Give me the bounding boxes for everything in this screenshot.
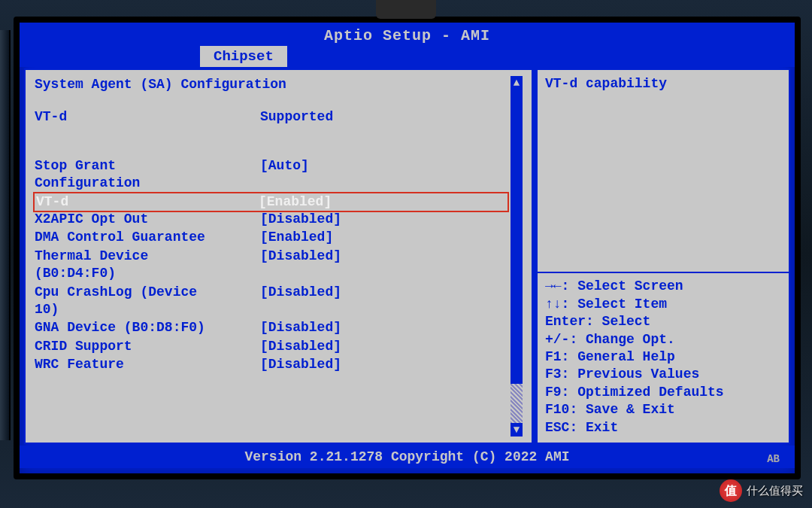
divider xyxy=(538,272,789,273)
setting-label: GNA Device (B0:D8:F0) xyxy=(35,319,260,336)
setting-value: [Disabled] xyxy=(260,338,508,355)
settings-list: System Agent (SA) Configuration VT-d Sup… xyxy=(35,76,508,437)
help-f10: F10: Save & Exit xyxy=(545,401,781,418)
setting-label: WRC Feature xyxy=(35,356,260,373)
info-label: VT-d xyxy=(35,108,260,126)
setting-value: [Disabled] xyxy=(260,356,508,373)
key-help: →←: Select Screen ↑↓: Select Item Enter:… xyxy=(545,278,781,437)
watermark-icon: 值 xyxy=(720,479,742,502)
setting-value: [Disabled] xyxy=(260,284,508,319)
scrollbar[interactable]: ▲ ▼ xyxy=(511,76,523,437)
help-select-item: ↑↓: Select Item xyxy=(545,296,781,313)
help-enter: Enter: Select xyxy=(545,313,781,330)
setting-value: [Enabled] xyxy=(259,193,506,211)
setting-label: X2APIC Opt Out xyxy=(35,211,260,228)
help-f9: F9: Optimized Defaults xyxy=(545,384,781,401)
help-select-screen: →←: Select Screen xyxy=(545,278,781,295)
bios-title: Aptio Setup - AMI xyxy=(324,27,490,44)
content-area: System Agent (SA) Configuration VT-d Sup… xyxy=(24,68,790,444)
setting-label: VT-d xyxy=(36,193,259,211)
help-f3: F3: Previous Values xyxy=(545,366,781,383)
setting-stop-grant[interactable]: Stop GrantConfiguration [Auto] xyxy=(35,157,508,193)
setting-label: CRID Support xyxy=(35,338,260,355)
tab-row: Chipset xyxy=(20,46,795,67)
setting-crid[interactable]: CRID Support [Disabled] xyxy=(35,338,508,355)
setting-value: [Auto] xyxy=(260,157,508,193)
setting-vtd-selected[interactable]: VT-d [Enabled] xyxy=(33,192,509,212)
setting-thermal[interactable]: Thermal Device(B0:D4:F0) [Disabled] xyxy=(35,248,508,283)
help-panel: VT-d capability →←: Select Screen ↑↓: Se… xyxy=(536,68,790,444)
setting-label: Stop GrantConfiguration xyxy=(35,157,260,193)
setting-label: DMA Control Guarantee xyxy=(35,229,260,246)
setting-x2apic[interactable]: X2APIC Opt Out [Disabled] xyxy=(35,211,508,228)
bios-screen: Aptio Setup - AMI Chipset System Agent (… xyxy=(14,17,801,479)
footer-version: Version 2.21.1278 Copyright (C) 2022 AMI xyxy=(244,449,569,464)
watermark: 值 什么值得买 xyxy=(720,479,803,502)
settings-panel: System Agent (SA) Configuration VT-d Sup… xyxy=(24,68,533,444)
help-f1: F1: General Help xyxy=(545,348,781,366)
setting-wrc[interactable]: WRC Feature [Disabled] xyxy=(35,356,508,373)
help-esc: ESC: Exit xyxy=(545,419,781,437)
scroll-thumb[interactable] xyxy=(511,90,523,384)
scroll-track xyxy=(511,384,523,423)
setting-value: [Disabled] xyxy=(260,248,508,283)
setting-value: [Disabled] xyxy=(260,211,508,228)
section-title: System Agent (SA) Configuration xyxy=(35,76,508,93)
setting-label: Cpu CrashLog (Device10) xyxy=(35,284,260,319)
watermark-text: 什么值得买 xyxy=(747,484,803,498)
setting-crashlog[interactable]: Cpu CrashLog (Device10) [Disabled] xyxy=(35,284,508,319)
info-value: Supported xyxy=(260,108,508,126)
info-row-vtd: VT-d Supported xyxy=(35,108,508,126)
setting-gna[interactable]: GNA Device (B0:D8:F0) [Disabled] xyxy=(35,319,508,336)
title-bar: Aptio Setup - AMI xyxy=(20,23,795,46)
setting-value: [Enabled] xyxy=(260,229,508,246)
setting-label: Thermal Device(B0:D4:F0) xyxy=(35,248,260,283)
tab-chipset[interactable]: Chipset xyxy=(200,46,287,67)
footer-ab: AB xyxy=(767,453,780,465)
help-change: +/-: Change Opt. xyxy=(545,331,781,348)
setting-value: [Disabled] xyxy=(260,319,508,336)
scroll-up-icon[interactable]: ▲ xyxy=(511,76,523,90)
help-text: VT-d capability xyxy=(545,76,781,269)
footer: Version 2.21.1278 Copyright (C) 2022 AMI… xyxy=(20,446,795,468)
scroll-down-icon[interactable]: ▼ xyxy=(511,423,523,437)
setting-dma[interactable]: DMA Control Guarantee [Enabled] xyxy=(35,229,508,246)
